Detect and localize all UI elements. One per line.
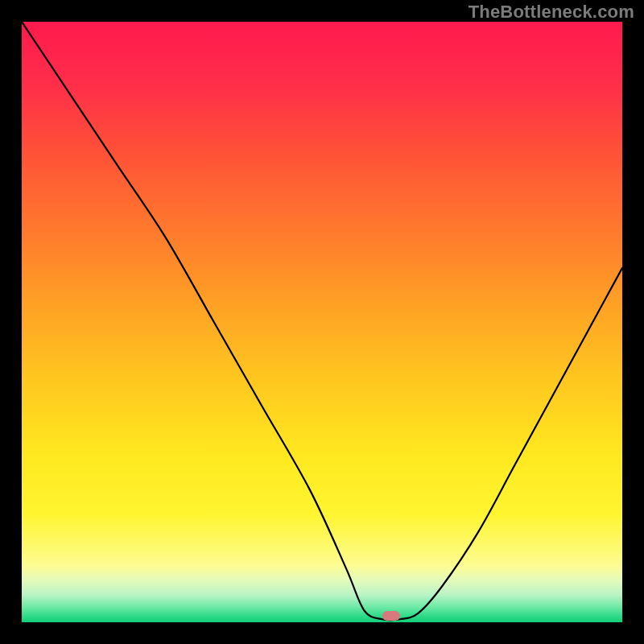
optimal-point-marker: [382, 611, 400, 621]
plot-area: [22, 22, 622, 622]
watermark-text: TheBottleneck.com: [469, 2, 634, 23]
chart-frame: TheBottleneck.com: [0, 0, 644, 644]
bottleneck-curve: [22, 22, 622, 622]
